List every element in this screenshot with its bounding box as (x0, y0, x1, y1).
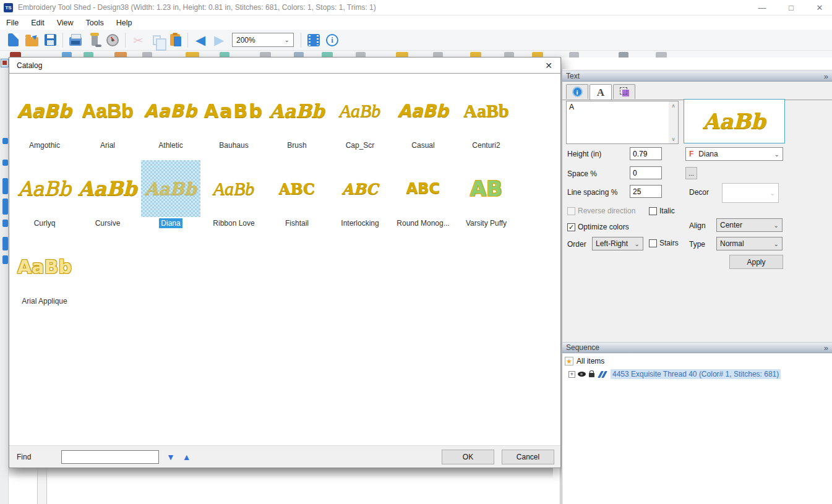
stairs-checkbox[interactable]: Stairs (649, 239, 679, 247)
font-sample-box[interactable]: AaBb (78, 82, 137, 139)
text-input-scrollbar[interactable]: ∧∨ (669, 101, 678, 143)
forward-arrow-icon[interactable]: ▶ (210, 32, 228, 49)
font-catalog-item[interactable]: AaBb Curlyq (13, 160, 76, 229)
align-select[interactable]: Center ⌄ (716, 218, 783, 232)
order-select[interactable]: Left-Right ⌄ (592, 237, 643, 250)
font-catalog-item[interactable]: AaBb Amgothic (13, 82, 76, 152)
more-options-button[interactable]: ... (685, 167, 697, 179)
text-content-input[interactable]: A (566, 101, 679, 144)
font-sample-box[interactable]: AB (457, 160, 516, 217)
zoom-select[interactable]: 200% ⌄ (232, 33, 294, 47)
menu-tools[interactable]: Tools (80, 15, 110, 30)
font-sample-box[interactable]: AaBb (330, 82, 390, 139)
open-file-icon[interactable] (22, 32, 41, 49)
italic-checkbox[interactable]: Italic (649, 207, 675, 215)
font-sample-box[interactable]: AaBb (204, 82, 264, 139)
text-panel-header[interactable]: Text » (562, 70, 832, 82)
font-sample-box[interactable]: AaBb (204, 160, 264, 217)
ok-button[interactable]: OK (442, 450, 494, 464)
sequence-panel-title: Sequence (566, 343, 599, 352)
font-catalog-item[interactable]: AaBb Centuri2 (455, 82, 518, 152)
print-icon[interactable] (66, 32, 85, 49)
tab-text[interactable]: A (590, 84, 612, 100)
font-sample-text: AaBb (82, 100, 134, 122)
font-sample-box[interactable]: AaBb (457, 82, 516, 139)
dialog-close-icon[interactable]: ✕ (542, 59, 555, 72)
apply-button[interactable]: Apply (729, 255, 783, 269)
font-sample-box[interactable]: ABC (330, 160, 390, 217)
font-catalog-item[interactable]: ABC Interlocking (328, 160, 392, 229)
space-input[interactable] (630, 166, 662, 179)
menu-view[interactable]: View (51, 15, 80, 30)
new-document-icon[interactable] (4, 32, 22, 49)
decor-select[interactable]: ⌄ (722, 183, 779, 203)
speed-gauge-icon[interactable] (103, 32, 122, 49)
font-catalog-item[interactable]: AaBb Cap_Scr (328, 82, 392, 152)
font-select[interactable]: FDiana ⌄ (685, 147, 783, 161)
font-sample-box[interactable]: AaBb (141, 82, 200, 139)
font-sample-box[interactable]: ABC (393, 160, 453, 217)
font-sample-box[interactable]: AaBb (267, 82, 327, 139)
maximize-button[interactable]: □ (778, 0, 805, 15)
font-sample-box[interactable]: ABC (267, 160, 327, 217)
visibility-eye-icon[interactable] (578, 372, 586, 377)
font-sample-box[interactable]: AaBb (141, 160, 200, 217)
font-catalog-item[interactable]: AaBb Brush (265, 82, 328, 152)
paste-icon[interactable] (166, 32, 184, 49)
font-name-label: Cap_Scr (344, 140, 377, 150)
save-icon[interactable] (41, 32, 59, 49)
font-sample-box[interactable]: AaBb (78, 160, 137, 217)
expand-plus-icon[interactable]: + (568, 371, 575, 378)
cut-icon[interactable]: ✂ (129, 32, 147, 49)
font-sample-box[interactable]: AaBb (15, 160, 74, 217)
font-catalog-item[interactable]: ABC Round Monog... (392, 160, 455, 229)
font-name-label: Centuri2 (470, 140, 502, 150)
close-button[interactable]: ✕ (806, 0, 832, 15)
font-catalog-item[interactable]: ABC Fishtail (265, 160, 328, 229)
optimize-colors-checkbox[interactable]: ✓ Optimize colors (567, 223, 629, 231)
font-catalog-item[interactable]: AB Varsity Puffy (455, 160, 518, 229)
write-to-machine-icon[interactable] (85, 32, 103, 49)
right-panel: Text » i A A ∧∨ AaBb Height (in) FDiana … (562, 69, 832, 504)
tab-info[interactable]: i (566, 84, 588, 99)
font-sample-box[interactable]: AaBb (15, 238, 74, 295)
minimize-button[interactable]: — (748, 0, 776, 15)
font-catalog-item[interactable]: AaBb Arial (76, 82, 139, 152)
font-catalog-item[interactable]: AaBb Ribbon Love (202, 160, 265, 229)
chevron-down-icon: ⌄ (285, 36, 289, 43)
font-sample-box[interactable]: AaBb (393, 82, 453, 139)
dialog-title-bar[interactable]: Catalog (9, 58, 560, 74)
font-catalog-item[interactable]: AaBb Cursive (76, 160, 139, 229)
cancel-button[interactable]: Cancel (502, 450, 554, 464)
font-catalog-item[interactable]: AaBb Arial Applique (13, 238, 76, 307)
font-sample-box[interactable]: AaBb (15, 82, 74, 139)
sort-down-icon[interactable]: ▼ (166, 452, 175, 462)
back-arrow-icon[interactable]: ◀ (191, 32, 210, 49)
collapse-chevrons-icon[interactable]: » (824, 343, 828, 352)
font-catalog-item[interactable]: AaBb Athletic (139, 82, 202, 152)
sequence-item-label[interactable]: 4453 Exquisite Thread 40 (Color# 1, Stit… (611, 369, 781, 379)
sort-up-icon[interactable]: ▲ (182, 452, 191, 462)
film-icon[interactable] (304, 32, 323, 49)
font-name-label: Casual (410, 140, 436, 150)
line-spacing-input[interactable] (630, 185, 662, 198)
tab-transform[interactable] (613, 84, 635, 99)
copy-icon[interactable] (147, 32, 166, 49)
font-catalog-item[interactable]: AaBb Diana (139, 160, 202, 229)
font-catalog-item[interactable]: AaBb Bauhaus (202, 82, 265, 152)
type-select[interactable]: Normal ⌄ (716, 237, 783, 250)
sequence-item-row[interactable]: + 4453 Exquisite Thread 40 (Color# 1, St… (568, 369, 832, 380)
find-input[interactable] (61, 450, 159, 464)
lock-icon[interactable] (589, 373, 594, 377)
info-icon[interactable]: i (323, 32, 341, 49)
sequence-root-row[interactable]: ★ All items (562, 356, 832, 367)
height-input[interactable] (630, 147, 662, 160)
sequence-panel-header[interactable]: Sequence » (562, 342, 832, 353)
menu-help[interactable]: Help (110, 15, 139, 30)
menu-file[interactable]: File (0, 15, 25, 30)
star-icon: ★ (565, 357, 573, 365)
font-catalog-item[interactable]: AaBb Casual (392, 82, 455, 152)
chevron-down-icon: ⌄ (774, 151, 779, 158)
menu-edit[interactable]: Edit (25, 15, 51, 30)
collapse-chevrons-icon[interactable]: » (824, 72, 828, 81)
